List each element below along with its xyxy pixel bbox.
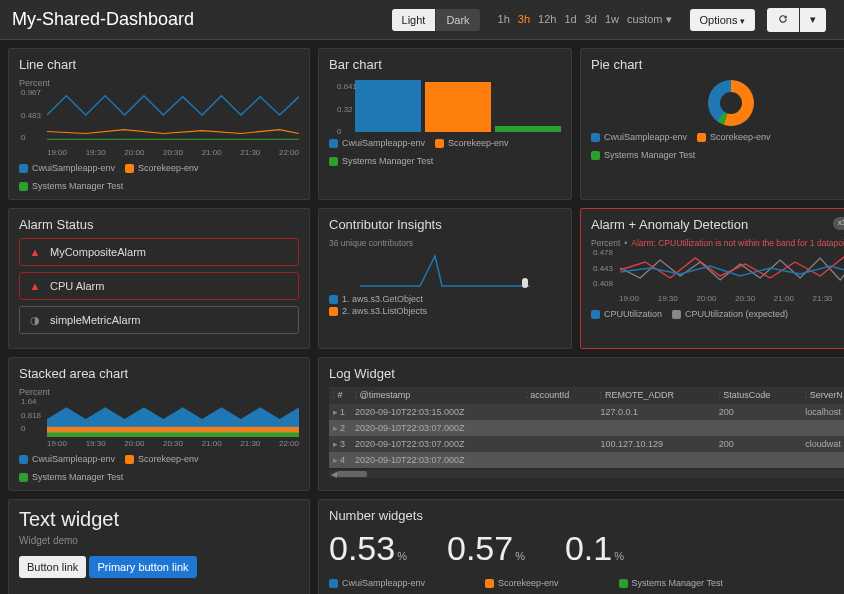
alarm-row[interactable]: ▲ CPU Alarm [19, 272, 299, 300]
panel-title: Line chart [19, 57, 299, 72]
ytick: 0.818 [21, 411, 41, 420]
button-link[interactable]: Button link [19, 556, 86, 578]
slider-thumb-icon[interactable] [522, 278, 528, 288]
refresh-button[interactable] [767, 8, 800, 32]
range-3d[interactable]: 3d [585, 13, 597, 26]
refresh-menu-button[interactable]: ▾ [800, 8, 826, 32]
range-1d[interactable]: 1d [564, 13, 576, 26]
ytick: 0.408 [593, 279, 613, 288]
panel-title: Log Widget [329, 366, 844, 381]
table-row[interactable]: 22020-09-10T22:03:07.000Z [329, 420, 844, 436]
alarm-icon: ▲ [28, 279, 42, 293]
xtick: 19:00 [47, 439, 67, 448]
range-12h[interactable]: 12h [538, 13, 556, 26]
bar [355, 80, 421, 132]
xtick: 21:30 [240, 439, 260, 448]
text-widget-title: Text widget [19, 508, 299, 531]
text-widget-panel: Text widget Widget demo Button link Prim… [8, 499, 310, 594]
bar-chart-bars [355, 78, 561, 132]
legend-dot-icon [591, 310, 600, 319]
legend-dot-icon [435, 139, 444, 148]
legend: CwuiSampleapp-env Scorekeep-env Systems … [329, 578, 844, 588]
contributor-item: 1. aws.s3.GetObject [342, 294, 423, 304]
table-row[interactable]: 32020-09-10T22:03:07.000Z100.127.10.1292… [329, 436, 844, 452]
alarm-name: MyCompositeAlarm [50, 246, 146, 258]
range-1h[interactable]: 1h [498, 13, 510, 26]
legend-label: Scorekeep-env [448, 138, 509, 148]
col-timestamp[interactable]: @timestamp [351, 387, 522, 404]
legend-dot-icon [19, 473, 28, 482]
legend-label: Systems Manager Test [342, 156, 433, 166]
ytick: 0.483 [21, 111, 41, 120]
col-accountid[interactable]: accountId [522, 387, 597, 404]
contributor-item: 2. aws.s3.ListObjects [342, 306, 427, 316]
legend-label: Systems Manager Test [32, 181, 123, 191]
contributor-spark [329, 248, 561, 288]
metric-value: 0.53 [329, 529, 395, 567]
legend-dot-icon [329, 139, 338, 148]
legend-dot-icon [125, 164, 134, 173]
legend-dot-icon [329, 157, 338, 166]
top-bar: My-Shared-Dashboard Light Dark 1h 3h 12h… [0, 0, 844, 40]
legend-label: Scorekeep-env [498, 578, 559, 588]
pie-chart-donut [708, 80, 754, 126]
y-axis-label: Percent [19, 78, 299, 88]
theme-light-button[interactable]: Light [392, 9, 437, 31]
contributor-insights-panel: Contributor Insights 36 unique contribut… [318, 208, 572, 349]
panel-title: Pie chart [591, 57, 844, 72]
legend-label: CwuiSampleapp-env [604, 132, 687, 142]
alarm-circle-icon: ◑ [28, 313, 42, 327]
xtick: 20:00 [124, 439, 144, 448]
col-status[interactable]: StatusCode [715, 387, 801, 404]
range-custom[interactable]: custom ▾ [627, 13, 672, 26]
primary-button-link[interactable]: Primary button link [89, 556, 196, 578]
theme-dark-button[interactable]: Dark [436, 9, 479, 31]
range-1w[interactable]: 1w [605, 13, 619, 26]
ytick: 1.64 [21, 397, 41, 406]
ytick: 0.32 [337, 105, 357, 114]
pie-chart-panel: Pie chart CwuiSampleapp-env Scorekeep-en… [580, 48, 844, 200]
bar [495, 126, 561, 132]
col-index[interactable]: # [329, 387, 351, 404]
line-chart-svg [47, 88, 299, 146]
legend: CwuiSampleapp-env Scorekeep-env Systems … [329, 138, 561, 166]
metric-unit: % [515, 550, 525, 562]
col-server[interactable]: ServerN [801, 387, 844, 404]
options-button[interactable]: Options [690, 9, 755, 31]
number-widgets-panel: Number widgets 0.53% 0.57% 0.1% CwuiSamp… [318, 499, 844, 594]
table-row[interactable]: 42020-09-10T22:03:07.000Z [329, 452, 844, 468]
bar [425, 82, 491, 132]
panel-title: Contributor Insights [329, 217, 561, 232]
legend-label: Systems Manager Test [632, 578, 723, 588]
legend: CwuiSampleapp-env Scorekeep-env Systems … [19, 163, 299, 191]
legend-dot-icon [19, 164, 28, 173]
xtick: 21:00 [774, 294, 794, 303]
ytick: 0 [21, 424, 41, 433]
alarm-name: simpleMetricAlarm [50, 314, 140, 326]
xtick: 19:30 [86, 148, 106, 157]
horizontal-scrollbar[interactable]: ◀ ▶ [329, 470, 844, 478]
legend-label: Scorekeep-env [138, 163, 199, 173]
table-row[interactable]: 12020-09-10T22:03:15.000Z127.0.0.1200loc… [329, 404, 844, 420]
line-chart-panel: Line chart Percent 0.967 0.483 0 19:00 1… [8, 48, 310, 200]
alarm-name: CPU Alarm [50, 280, 104, 292]
xtick: 19:00 [47, 148, 67, 157]
range-3h[interactable]: 3h [518, 13, 530, 26]
xtick: 20:30 [163, 148, 183, 157]
xtick: 19:30 [658, 294, 678, 303]
legend-label: CwuiSampleapp-env [342, 578, 425, 588]
theme-toggle: Light Dark [392, 9, 480, 31]
panel-title: Alarm Status [19, 217, 299, 232]
log-table: # @timestamp accountId REMOTE_ADDR Statu… [329, 387, 844, 468]
alarm-row[interactable]: ▲ MyCompositeAlarm [19, 238, 299, 266]
ytick: 0 [21, 133, 41, 142]
alarm-row[interactable]: ◑ simpleMetricAlarm [19, 306, 299, 334]
number-row: 0.53% 0.57% 0.1% [329, 529, 844, 568]
xtick: 20:30 [735, 294, 755, 303]
col-remote-addr[interactable]: REMOTE_ADDR [596, 387, 714, 404]
time-range-picker: 1h 3h 12h 1d 3d 1w custom ▾ [498, 13, 672, 26]
xtick: 22:00 [279, 148, 299, 157]
ytick: 0 [337, 127, 357, 136]
legend-dot-icon [619, 579, 628, 588]
stacked-area-svg [47, 397, 299, 437]
